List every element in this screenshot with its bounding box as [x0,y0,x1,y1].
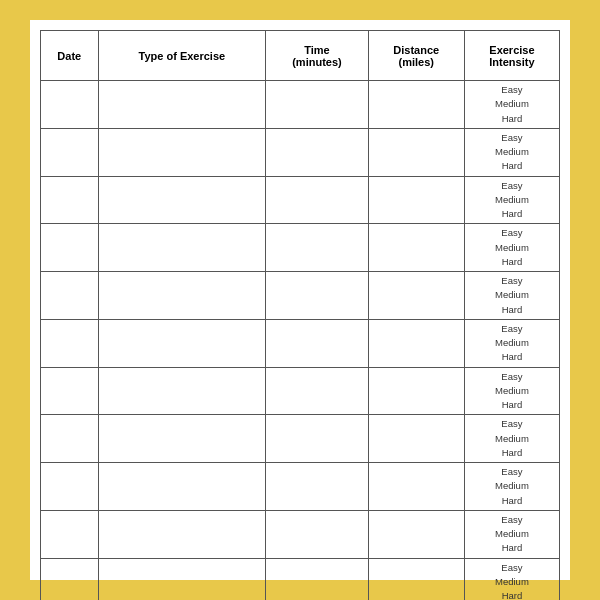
intensity-option-easy[interactable]: Easy [469,370,555,384]
table-row: EasyMediumHard [41,367,560,415]
intensity-option-medium[interactable]: Medium [469,241,555,255]
intensity-cell[interactable]: EasyMediumHard [464,319,559,367]
time-cell[interactable] [266,558,369,600]
intensity-cell[interactable]: EasyMediumHard [464,128,559,176]
intensity-option-hard[interactable]: Hard [469,112,555,126]
type-cell[interactable] [98,415,266,463]
type-cell[interactable] [98,272,266,320]
intensity-option-easy[interactable]: Easy [469,179,555,193]
intensity-option-hard[interactable]: Hard [469,255,555,269]
intensity-option-medium[interactable]: Medium [469,479,555,493]
intensity-option-hard[interactable]: Hard [469,159,555,173]
date-cell[interactable] [41,128,99,176]
time-cell[interactable] [266,128,369,176]
type-cell[interactable] [98,176,266,224]
intensity-option-hard[interactable]: Hard [469,350,555,364]
intensity-option-easy[interactable]: Easy [469,322,555,336]
distance-cell[interactable] [368,272,464,320]
date-cell[interactable] [41,463,99,511]
time-cell[interactable] [266,415,369,463]
intensity-option-medium[interactable]: Medium [469,384,555,398]
intensity-option-hard[interactable]: Hard [469,446,555,460]
intensity-option-hard[interactable]: Hard [469,207,555,221]
table-row: EasyMediumHard [41,128,560,176]
table-row: EasyMediumHard [41,510,560,558]
date-cell[interactable] [41,415,99,463]
header-distance: Distance(miles) [368,31,464,81]
distance-cell[interactable] [368,224,464,272]
time-cell[interactable] [266,367,369,415]
distance-cell[interactable] [368,558,464,600]
intensity-option-easy[interactable]: Easy [469,561,555,575]
header-type: Type of Exercise [98,31,266,81]
intensity-option-medium[interactable]: Medium [469,575,555,589]
intensity-option-hard[interactable]: Hard [469,494,555,508]
intensity-option-hard[interactable]: Hard [469,589,555,600]
header-intensity: ExerciseIntensity [464,31,559,81]
table-row: EasyMediumHard [41,272,560,320]
header-time: Time(minutes) [266,31,369,81]
intensity-option-hard[interactable]: Hard [469,541,555,555]
intensity-cell[interactable]: EasyMediumHard [464,367,559,415]
intensity-option-medium[interactable]: Medium [469,527,555,541]
time-cell[interactable] [266,463,369,511]
intensity-option-hard[interactable]: Hard [469,398,555,412]
type-cell[interactable] [98,367,266,415]
time-cell[interactable] [266,224,369,272]
type-cell[interactable] [98,128,266,176]
intensity-option-medium[interactable]: Medium [469,193,555,207]
intensity-cell[interactable]: EasyMediumHard [464,224,559,272]
table-row: EasyMediumHard [41,415,560,463]
distance-cell[interactable] [368,510,464,558]
time-cell[interactable] [266,176,369,224]
table-row: EasyMediumHard [41,558,560,600]
time-cell[interactable] [266,81,369,129]
intensity-option-easy[interactable]: Easy [469,465,555,479]
intensity-option-easy[interactable]: Easy [469,417,555,431]
date-cell[interactable] [41,176,99,224]
time-cell[interactable] [266,510,369,558]
type-cell[interactable] [98,510,266,558]
table-row: EasyMediumHard [41,81,560,129]
distance-cell[interactable] [368,319,464,367]
type-cell[interactable] [98,463,266,511]
distance-cell[interactable] [368,415,464,463]
intensity-cell[interactable]: EasyMediumHard [464,81,559,129]
date-cell[interactable] [41,558,99,600]
date-cell[interactable] [41,81,99,129]
type-cell[interactable] [98,319,266,367]
intensity-option-medium[interactable]: Medium [469,288,555,302]
type-cell[interactable] [98,224,266,272]
intensity-option-medium[interactable]: Medium [469,432,555,446]
time-cell[interactable] [266,272,369,320]
distance-cell[interactable] [368,81,464,129]
distance-cell[interactable] [368,367,464,415]
date-cell[interactable] [41,510,99,558]
intensity-cell[interactable]: EasyMediumHard [464,510,559,558]
intensity-option-easy[interactable]: Easy [469,131,555,145]
type-cell[interactable] [98,558,266,600]
intensity-option-easy[interactable]: Easy [469,226,555,240]
intensity-cell[interactable]: EasyMediumHard [464,176,559,224]
distance-cell[interactable] [368,176,464,224]
date-cell[interactable] [41,272,99,320]
date-cell[interactable] [41,224,99,272]
time-cell[interactable] [266,319,369,367]
intensity-cell[interactable]: EasyMediumHard [464,415,559,463]
intensity-option-medium[interactable]: Medium [469,97,555,111]
intensity-cell[interactable]: EasyMediumHard [464,463,559,511]
intensity-option-medium[interactable]: Medium [469,336,555,350]
distance-cell[interactable] [368,463,464,511]
intensity-cell[interactable]: EasyMediumHard [464,272,559,320]
distance-cell[interactable] [368,128,464,176]
intensity-cell[interactable]: EasyMediumHard [464,558,559,600]
intensity-option-medium[interactable]: Medium [469,145,555,159]
table-row: EasyMediumHard [41,176,560,224]
date-cell[interactable] [41,319,99,367]
intensity-option-hard[interactable]: Hard [469,303,555,317]
type-cell[interactable] [98,81,266,129]
date-cell[interactable] [41,367,99,415]
intensity-option-easy[interactable]: Easy [469,274,555,288]
intensity-option-easy[interactable]: Easy [469,513,555,527]
intensity-option-easy[interactable]: Easy [469,83,555,97]
